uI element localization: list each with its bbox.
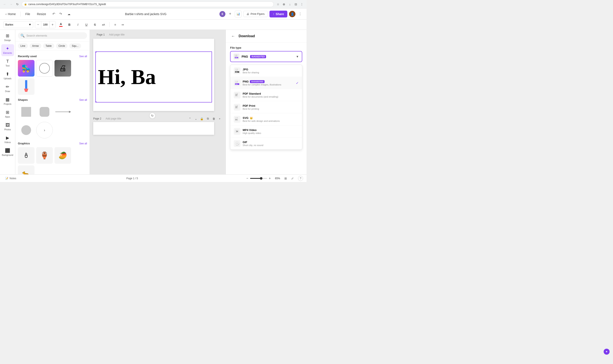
more-button[interactable]: ⋮: [300, 2, 304, 6]
bookmark-button[interactable]: ☆: [276, 2, 280, 6]
page2-up-button[interactable]: ⌃: [187, 116, 192, 121]
text-color-button[interactable]: A: [57, 21, 64, 28]
option-gif[interactable]: GIF Short clip, no sound: [230, 138, 302, 149]
e-button[interactable]: E: [219, 11, 225, 17]
page1-add-title-button[interactable]: Add page title: [109, 33, 124, 36]
zoom-in-button[interactable]: +: [269, 176, 271, 180]
file-type-selector[interactable]: PNG PNG SUGGESTED ▼: [230, 51, 302, 62]
graphic-papaya[interactable]: 🥭: [54, 147, 71, 164]
refresh-button[interactable]: ↻: [15, 2, 20, 6]
search-input[interactable]: [27, 34, 84, 37]
svg-text:SVG: SVG: [235, 119, 238, 120]
canvas-area[interactable]: Page 1 - Add page title Hi, Ba ↻ Page 2 …: [90, 30, 226, 174]
strikethrough-button[interactable]: S: [92, 21, 98, 28]
selection-handle-bl[interactable]: [95, 101, 97, 103]
chip-arrow[interactable]: Arrow: [30, 43, 41, 49]
redo-button[interactable]: ↷: [57, 11, 63, 17]
page2-down-button[interactable]: ⌄: [193, 116, 198, 121]
text-effects-button[interactable]: aA: [100, 21, 107, 28]
sidebar-item-photos[interactable]: 🖼 Photos: [1, 121, 14, 133]
more-shapes-button[interactable]: ›: [36, 122, 53, 138]
stats-button[interactable]: 📊: [235, 11, 242, 17]
sidebar-item-background[interactable]: ⬛ Background: [1, 146, 14, 158]
user-avatar[interactable]: 👤: [289, 11, 295, 17]
graphic-leopard[interactable]: 🐆: [18, 165, 34, 174]
sidebar-item-uploads[interactable]: ⬆ Uploads: [1, 70, 14, 82]
chip-table[interactable]: Table: [43, 43, 54, 49]
recent-item-printer[interactable]: 🖨: [54, 60, 71, 77]
home-button[interactable]: ‹ Home: [3, 11, 18, 17]
downloads-button[interactable]: ↓: [288, 2, 292, 6]
sidebar-item-videos[interactable]: ▶ Videos: [1, 133, 14, 145]
header-more-button[interactable]: ⋮: [297, 11, 303, 17]
plus-button[interactable]: +: [227, 11, 233, 17]
page2-delete-button[interactable]: 🗑: [211, 116, 216, 121]
share-button[interactable]: ↑ Share: [270, 11, 287, 17]
help-button[interactable]: ?: [298, 176, 303, 181]
shape-rectangle[interactable]: [18, 104, 34, 120]
page2-add-button[interactable]: +: [217, 116, 222, 121]
profile-button[interactable]: ⊟: [294, 2, 298, 6]
graphic-vase[interactable]: 🏺: [36, 147, 53, 164]
align-left-button[interactable]: ≡: [112, 22, 118, 28]
spacing-button[interactable]: ⇔: [120, 22, 126, 28]
forward-button[interactable]: →: [9, 2, 13, 6]
print-flyers-button[interactable]: 🖨 Print Flyers: [243, 11, 268, 17]
option-pdf-standard[interactable]: PDF Standard Best for documents (and ema…: [230, 89, 302, 101]
option-jpg[interactable]: JPG JPG Best for sharing: [230, 65, 302, 77]
download-back-button[interactable]: ←: [230, 33, 236, 39]
graphic-candle[interactable]: 🕯: [18, 147, 34, 164]
canvas-page-2[interactable]: [93, 122, 214, 135]
font-selector[interactable]: Bartex ▼: [3, 21, 33, 28]
page2-lock-button[interactable]: 🔒: [199, 116, 204, 121]
rotate-indicator[interactable]: ↻: [150, 113, 155, 119]
grid-view-button[interactable]: ⊞: [283, 175, 289, 181]
option-png[interactable]: PNG PNG SUGGESTED Best for complex image…: [230, 77, 302, 89]
back-button[interactable]: ←: [2, 2, 7, 6]
text-selection-box[interactable]: Hi, Ba ↻: [95, 52, 212, 103]
shapes-see-all-button[interactable]: See all: [79, 98, 87, 101]
notes-button[interactable]: 📝 Notes: [3, 176, 18, 181]
recently-used-see-all-button[interactable]: See all: [79, 55, 87, 58]
sidebar-item-text[interactable]: T Text: [1, 57, 14, 69]
resize-menu-button[interactable]: Resize: [35, 11, 48, 17]
sidebar-item-projects[interactable]: ▦ Projects: [1, 95, 14, 107]
recent-item-skate[interactable]: 🛼: [18, 60, 34, 77]
fullscreen-button[interactable]: ⤢: [289, 175, 295, 181]
recent-item-circle[interactable]: [36, 60, 53, 77]
decrease-font-size-button[interactable]: −: [35, 21, 41, 28]
selection-handle-tl[interactable]: [95, 52, 97, 53]
page2-copy-button[interactable]: ⧉: [205, 116, 210, 121]
zoom-slider-thumb[interactable]: [260, 177, 262, 180]
italic-button[interactable]: I: [74, 21, 81, 28]
bold-button[interactable]: B: [66, 21, 73, 28]
sidebar-item-draw[interactable]: ✏ Draw: [1, 82, 14, 94]
undo-button[interactable]: ↶: [51, 11, 57, 17]
zoom-out-button[interactable]: −: [246, 176, 248, 180]
url-bar[interactable]: 🔒 canva.com/design/DAFp3EKdTDo/70P3ozPr4…: [22, 1, 274, 7]
recent-item-brush[interactable]: [18, 78, 34, 95]
shape-line[interactable]: [54, 104, 71, 120]
zoom-slider[interactable]: [250, 178, 267, 179]
sidebar-item-apps[interactable]: ⊞ Apps: [1, 108, 14, 120]
option-svg[interactable]: SVG SVG 👑 Best for web design and animat…: [230, 113, 302, 125]
chip-square[interactable]: Squ...: [69, 43, 81, 49]
file-menu-button[interactable]: File: [23, 11, 32, 17]
option-mp4[interactable]: MP4 Video High quality video: [230, 125, 302, 138]
sidebar-item-design[interactable]: ⊞ Design: [1, 31, 14, 43]
sidebar-item-elements[interactable]: ✦ Elements: [1, 44, 14, 56]
toolbar-separator: [109, 22, 110, 27]
graphics-see-all-button[interactable]: See all: [79, 142, 87, 145]
font-size-input[interactable]: [41, 21, 50, 28]
option-pdf-print[interactable]: PDF Print Best for printing: [230, 101, 302, 113]
canvas-page-1[interactable]: Hi, Ba ↻: [93, 39, 214, 111]
shape-circle[interactable]: [18, 122, 34, 138]
underline-button[interactable]: U: [83, 21, 90, 28]
page2-add-title-button[interactable]: Add page title: [106, 117, 121, 120]
shape-rounded-rect[interactable]: [36, 104, 53, 120]
chip-line[interactable]: Line: [18, 43, 28, 49]
increase-font-size-button[interactable]: +: [50, 21, 55, 28]
save-button[interactable]: ☁: [66, 11, 72, 17]
extensions-button[interactable]: ⊕: [282, 2, 286, 6]
chip-circle[interactable]: Circle: [56, 43, 68, 49]
